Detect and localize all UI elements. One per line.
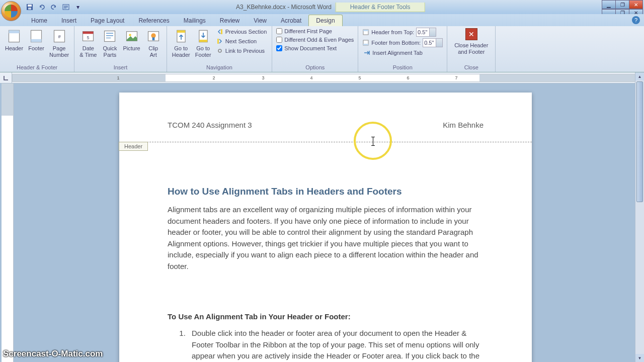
document-list: Double click into the header or footer a…	[168, 328, 484, 362]
scroll-up-icon[interactable]: ▲	[635, 72, 644, 80]
ruler-area: 1 2 3 4 5 6 7	[0, 72, 644, 83]
group-label: Options	[275, 64, 355, 71]
svg-rect-28	[363, 44, 368, 45]
header-area-tag: Header	[119, 142, 148, 151]
svg-rect-5	[9, 30, 20, 33]
text-cursor-icon	[373, 137, 373, 146]
tab-home[interactable]: Home	[24, 15, 54, 26]
group-label: Header & Footer	[3, 64, 71, 71]
qat-icon[interactable]	[60, 2, 71, 13]
tab-mailings[interactable]: Mailings	[177, 15, 213, 26]
group-label: Insert	[77, 64, 163, 71]
vertical-scrollbar[interactable]: ▲ ▼	[635, 72, 644, 362]
clip-art-button[interactable]: Clip Art	[143, 27, 164, 59]
help-icon[interactable]: ?	[632, 16, 640, 24]
header-top-icon	[362, 29, 369, 36]
close-header-footer-button[interactable]: ✕ Close Header and Footer	[450, 27, 492, 56]
svg-rect-7	[31, 39, 42, 42]
group-options: Different First Page Different Odd & Eve…	[272, 26, 358, 72]
svg-rect-11	[83, 32, 94, 34]
group-navigation: Go to Header Go to Footer Previous Secti…	[167, 26, 273, 72]
close-icon[interactable]: ✕	[629, 0, 643, 9]
horizontal-ruler[interactable]: 1 2 3 4 5 6 7	[12, 74, 636, 82]
link-to-previous-button[interactable]: Link to Previous	[214, 46, 269, 55]
group-label: Navigation	[170, 64, 269, 71]
header-left-text[interactable]: TCOM 240 Assignment 3	[168, 121, 252, 129]
group-header-footer: Header Footer #Page Number Header & Foot…	[0, 26, 74, 72]
footer-from-bottom-spinner[interactable]: 0.5"	[423, 38, 443, 47]
svg-rect-18	[152, 37, 154, 40]
save-icon[interactable]	[24, 2, 35, 13]
ribbon: Header Footer #Page Number Header & Foot…	[0, 26, 644, 72]
group-label: Close	[450, 64, 492, 71]
contextual-tab-title: Header & Footer Tools	[336, 3, 425, 12]
group-insert: 5Date & Time Quick Parts Picture Clip Ar…	[74, 26, 167, 72]
document-heading: How to Use Alignment Tabs in Headers and…	[168, 186, 484, 197]
svg-rect-13	[105, 31, 115, 42]
svg-point-17	[151, 33, 155, 38]
vertical-ruler[interactable]	[2, 83, 14, 362]
group-close: ✕ Close Header and Footer Close	[447, 26, 496, 72]
show-document-text-checkbox[interactable]: Show Document Text	[275, 44, 355, 52]
redo-icon[interactable]	[48, 2, 59, 13]
group-label: Position	[361, 64, 444, 71]
quick-access-toolbar: ▾	[24, 2, 84, 13]
undo-icon[interactable]	[36, 2, 47, 13]
different-odd-even-checkbox[interactable]: Different Odd & Even Pages	[275, 36, 355, 44]
svg-rect-20	[177, 30, 185, 33]
date-time-button[interactable]: 5Date & Time	[77, 27, 99, 59]
svg-rect-22	[199, 40, 207, 42]
tab-acrobat[interactable]: Acrobat	[274, 15, 308, 26]
close-x-icon: ✕	[465, 28, 477, 40]
document-canvas[interactable]: TCOM 240 Assignment 3 Kim Behnke Header …	[14, 83, 644, 362]
group-position: Header from Top:0.5" Footer from Bottom:…	[358, 26, 447, 72]
window-title: A3_KBehnke.docx - Microsoft Word	[236, 4, 332, 11]
header-right-text[interactable]: Kim Behnke	[443, 121, 484, 129]
maximize-icon[interactable]: ❐	[615, 0, 629, 9]
svg-rect-2	[28, 8, 31, 10]
svg-point-15	[129, 34, 131, 36]
svg-rect-1	[28, 5, 32, 7]
tab-references[interactable]: References	[131, 15, 176, 26]
watermark-text: Screencast-O-Matic.com	[3, 349, 103, 359]
tab-review[interactable]: Review	[213, 15, 247, 26]
page: TCOM 240 Assignment 3 Kim Behnke Header …	[119, 93, 532, 362]
svg-rect-24	[217, 39, 219, 44]
document-area: TCOM 240 Assignment 3 Kim Behnke Header …	[0, 83, 644, 362]
ribbon-tabs: Home Insert Page Layout References Maili…	[0, 14, 644, 26]
insert-alignment-tab-button[interactable]: Insert Alignment Tab	[361, 48, 444, 57]
tab-insert[interactable]: Insert	[54, 15, 84, 26]
header-button[interactable]: Header	[3, 27, 25, 53]
svg-text:#: #	[58, 34, 61, 39]
footer-button[interactable]: Footer	[26, 27, 46, 53]
tab-design[interactable]: Design	[308, 15, 342, 26]
previous-section-button[interactable]: Previous Section	[214, 27, 269, 36]
header-from-top-label: Header from Top:	[371, 29, 414, 35]
qat-dropdown-icon[interactable]: ▾	[72, 2, 84, 13]
footer-bottom-icon	[362, 39, 369, 46]
tab-view[interactable]: View	[247, 15, 274, 26]
scroll-down-icon[interactable]: ▼	[635, 354, 644, 362]
document-subheading: To Use An Alignment Tab in Your Header o…	[168, 312, 484, 321]
footer-from-bottom-label: Footer from Bottom:	[371, 40, 421, 46]
different-first-page-checkbox[interactable]: Different First Page	[275, 27, 355, 35]
minimize-icon[interactable]: ▁	[602, 0, 616, 9]
goto-header-button[interactable]: Go to Header	[170, 27, 192, 59]
tab-page-layout[interactable]: Page Layout	[84, 15, 131, 26]
tab-selector[interactable]	[0, 72, 12, 83]
scroll-thumb[interactable]	[636, 81, 643, 202]
list-item: Double click into the header or footer a…	[188, 328, 484, 362]
svg-rect-26	[363, 30, 368, 31]
title-bar: ▾ A3_KBehnke.docx - Microsoft Word Heade…	[0, 0, 644, 14]
header-from-top-spinner[interactable]: 0.5"	[416, 28, 436, 37]
picture-button[interactable]: Picture	[121, 27, 142, 53]
svg-rect-23	[221, 29, 222, 34]
header-boundary-line	[119, 142, 532, 142]
office-button[interactable]	[1, 1, 21, 21]
goto-footer-button[interactable]: Go to Footer	[193, 27, 213, 59]
svg-text:5: 5	[87, 36, 90, 40]
quick-parts-button[interactable]: Quick Parts	[100, 27, 120, 59]
page-number-button[interactable]: #Page Number	[47, 27, 71, 59]
next-section-button[interactable]: Next Section	[214, 37, 269, 46]
document-paragraph: Alignment tabs are an excellent way of o…	[168, 204, 484, 272]
